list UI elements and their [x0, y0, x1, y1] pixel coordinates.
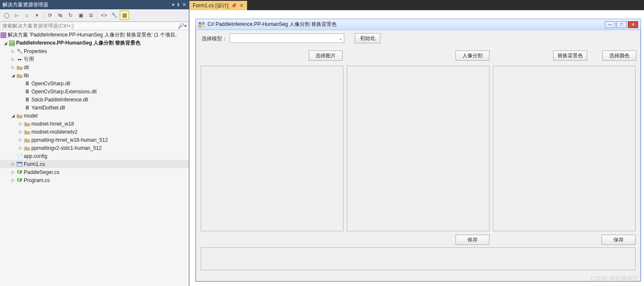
wrench-icon: 🔧 — [16, 48, 23, 55]
tree-item-form1[interactable]: ▷Form1.cs — [0, 160, 189, 168]
folder-icon — [16, 72, 23, 79]
winform-titlebar[interactable]: C# PaddleInference.PP-HumanSeg 人像分割 替换背景… — [196, 19, 641, 30]
project-node[interactable]: ◢ C# PaddleInference.PP-HumanSeg 人像分割 替换… — [0, 39, 189, 47]
close-icon[interactable]: ✕ — [182, 2, 186, 8]
close-button[interactable]: ✕ — [628, 21, 638, 28]
svg-rect-7 — [199, 25, 201, 28]
collapse-icon[interactable]: ◢ — [10, 73, 16, 78]
expand-icon[interactable]: ▷ — [18, 129, 24, 134]
combo-model[interactable]: ⌄ — [230, 34, 344, 43]
solution-explorer-search[interactable]: 🔎▾ — [0, 22, 189, 30]
designer-area: Form1.cs [设计] 📌 ✕ C# PaddleInference.PP-… — [189, 0, 644, 286]
human-seg-button[interactable]: 人像分割 — [456, 50, 489, 61]
tree-item-dll-file[interactable]: ⅢOpenCvSharp.dll — [0, 79, 189, 87]
replace-bg-button[interactable]: 替换背景色 — [553, 50, 587, 61]
solution-explorer-panel: 解决方案资源管理器 ▾ ⇟ ✕ ◯ ▻ ⌂ ▾ ⟳ ↹ ↻ ▣ ⧉ <> 🔧 ▦ — [0, 0, 189, 286]
expand-icon[interactable]: ▷ — [10, 178, 16, 182]
search-icon[interactable]: 🔎▾ — [178, 23, 187, 29]
tree-item-folder[interactable]: ▷modnet-hrnet_w18 — [0, 120, 189, 128]
tree-item-model[interactable]: ◢ model — [0, 112, 189, 120]
svg-rect-0 — [1, 33, 6, 38]
tree-item-lib[interactable]: ◢ lib — [0, 71, 189, 79]
tab-label: Form1.cs [设计] — [193, 2, 228, 9]
tree-item-references[interactable]: ▷ ▪▪ 引用 — [0, 55, 189, 63]
select-image-button[interactable]: 选择图片 — [309, 50, 343, 61]
solution-explorer-titlebar: 解决方案资源管理器 ▾ ⇟ ✕ — [0, 0, 189, 9]
code-icon[interactable]: <> — [99, 11, 109, 20]
dropdown-icon[interactable]: ▾ — [172, 2, 174, 8]
expand-icon[interactable]: ▷ — [18, 121, 24, 126]
forward-icon[interactable]: ▻ — [12, 11, 21, 20]
tab-form1-design[interactable]: Form1.cs [设计] 📌 ✕ — [189, 1, 247, 10]
maximize-button[interactable]: □ — [616, 21, 627, 28]
minimize-button[interactable]: — — [605, 21, 615, 28]
collapse-icon[interactable]: ↹ — [56, 11, 65, 20]
redo-icon[interactable]: ↻ — [66, 11, 75, 20]
tree-item-folder[interactable]: ▷ppmattingv2-stdc1-human_512 — [0, 144, 189, 152]
folder-icon — [24, 145, 31, 151]
tree-item-program[interactable]: ▷C#Program.cs — [0, 176, 189, 184]
log-panel — [201, 247, 636, 270]
solution-label: 解决方案 'PaddleInference.PP-HumanSeg 人像分割 替… — [7, 31, 177, 39]
svg-rect-4 — [17, 162, 22, 163]
tree-item-properties[interactable]: ▷ 🔧 Properties — [0, 47, 189, 55]
expand-icon[interactable]: ▷ — [10, 65, 16, 70]
tree-item-dll[interactable]: ▷ dll — [0, 63, 189, 71]
image-panel-result — [493, 66, 636, 231]
save-seg-button[interactable]: 保存 — [456, 235, 489, 245]
expand-icon[interactable]: ▷ — [10, 57, 16, 62]
image-panel-seg — [347, 66, 489, 231]
copyview-icon[interactable]: ⧉ — [86, 11, 96, 20]
refresh-icon[interactable]: ⟳ — [45, 11, 55, 20]
dll-icon: Ⅲ — [24, 104, 31, 111]
svg-text:C#: C# — [10, 42, 15, 46]
watermark-text: CSDN @乱蜂朝王 — [591, 275, 639, 283]
dll-icon: Ⅲ — [24, 96, 31, 103]
collapse-icon[interactable]: ◢ — [10, 113, 16, 118]
showall-icon[interactable]: ▣ — [76, 11, 85, 20]
expand-icon[interactable]: ▷ — [10, 162, 16, 166]
csharp-project-icon: C# — [8, 40, 15, 47]
tree-item-dll-file[interactable]: ⅢSdcb.PaddleInference.dll — [0, 95, 189, 104]
tree-item-folder[interactable]: ▷modnet-mobilenetv2 — [0, 128, 189, 136]
pin-icon[interactable]: ⇟ — [176, 2, 180, 8]
tree-item-folder[interactable]: ▷ppmatting-hrnet_w18-human_512 — [0, 136, 189, 144]
csharp-icon: C# — [16, 177, 23, 184]
pin-icon[interactable]: 📌 — [231, 3, 237, 8]
winform-body: 选择模型： ⌄ 初始化 选择图片 人像分割 替换背景色 选择颜色 保存 保存 — [196, 30, 641, 281]
expand-icon[interactable]: ▷ — [18, 137, 24, 142]
save-result-button[interactable]: 保存 — [602, 235, 636, 245]
back-icon[interactable]: ◯ — [2, 11, 11, 20]
dll-icon: Ⅲ — [24, 80, 31, 87]
form-icon — [16, 161, 23, 168]
preview-icon[interactable]: ▦ — [120, 11, 129, 20]
close-icon[interactable]: ✕ — [239, 3, 244, 8]
chevron-down-icon: ⌄ — [339, 36, 342, 41]
config-icon: 📄 — [16, 153, 23, 160]
expand-icon[interactable]: ▷ — [10, 49, 16, 53]
expand-icon[interactable]: ◢ — [3, 41, 8, 45]
folder-icon — [24, 137, 31, 143]
select-color-button[interactable]: 选择颜色 — [602, 50, 636, 61]
search-input[interactable] — [2, 23, 178, 29]
expand-icon[interactable]: ▷ — [10, 170, 16, 174]
folder-icon — [16, 112, 23, 119]
tree-item-paddleseger[interactable]: ▷C#PaddleSeger.cs — [0, 168, 189, 176]
tree-item-dll-file[interactable]: ⅢYamlDotNet.dll — [0, 104, 189, 112]
dll-icon: Ⅲ — [24, 88, 31, 95]
home-icon[interactable]: ⌂ — [22, 11, 31, 20]
folder-icon — [24, 129, 31, 135]
expand-icon[interactable]: ▷ — [18, 146, 24, 150]
wrench-icon[interactable]: 🔧 — [110, 11, 119, 20]
solution-node[interactable]: 解决方案 'PaddleInference.PP-HumanSeg 人像分割 替… — [0, 31, 189, 39]
solution-explorer-title: 解决方案资源管理器 — [3, 1, 48, 8]
designer-canvas[interactable]: C# PaddleInference.PP-HumanSeg 人像分割 替换背景… — [189, 10, 644, 286]
sync-icon[interactable]: ▾ — [32, 11, 42, 20]
init-button[interactable]: 初始化 — [355, 33, 380, 43]
label-select-model: 选择模型： — [202, 35, 227, 42]
folder-icon — [16, 64, 23, 71]
tree-item-appconfig[interactable]: 📄app.config — [0, 152, 189, 160]
tree-item-dll-file[interactable]: ⅢOpenCvSharp.Extensions.dll — [0, 87, 189, 95]
document-tabbar: Form1.cs [设计] 📌 ✕ — [189, 0, 644, 10]
winform-window[interactable]: C# PaddleInference.PP-HumanSeg 人像分割 替换背景… — [195, 19, 641, 282]
